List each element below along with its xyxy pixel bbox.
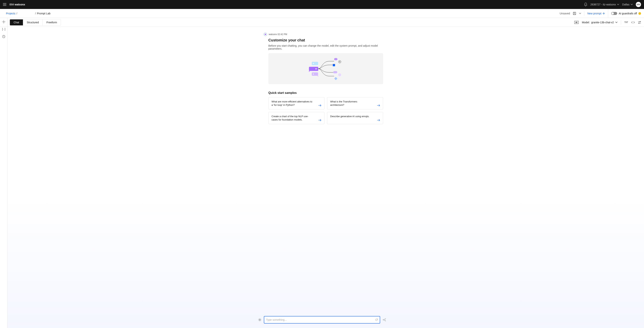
svg-rect-16: [333, 64, 335, 66]
notifications-icon[interactable]: [584, 3, 587, 6]
mode-tab-freeform[interactable]: Freeform: [43, 19, 61, 25]
mode-tab-structured[interactable]: Structured: [23, 19, 43, 25]
welcome-subtitle: Before you start chatting, you can chang…: [268, 44, 383, 50]
brand-bold: watsonx: [15, 3, 25, 6]
svg-point-8: [316, 68, 316, 69]
sample-card[interactable]: Create a chart of the top NLP use-cases …: [268, 112, 324, 124]
chevron-down-icon: [617, 4, 619, 5]
variables-icon[interactable]: [2, 28, 6, 31]
svg-rect-19: [334, 77, 338, 80]
bot-name: watsonx 02:42 PM: [269, 33, 287, 36]
chat-text-field[interactable]: [266, 318, 375, 321]
action-bar: Projects / / Prompt Lab Unsaved New prom…: [0, 9, 644, 18]
new-prompt-label: New prompt: [587, 12, 601, 15]
chat-settings-icon[interactable]: [258, 318, 262, 321]
chat-input-bar: [258, 316, 386, 323]
arrow-right-icon: [377, 104, 380, 106]
left-rail: [0, 18, 8, 328]
brand-prefix: IBM: [9, 3, 15, 6]
svg-point-2: [638, 23, 639, 24]
svg-point-15: [339, 61, 340, 62]
svg-rect-7: [309, 67, 318, 71]
menu-icon[interactable]: [3, 3, 6, 6]
global-header: IBM watsonx 2636727 - itz-watsonx Dallas…: [0, 0, 644, 9]
welcome-title: Customize your chat: [268, 38, 383, 42]
model-name: granite-13b-chat-v2: [591, 21, 614, 24]
svg-point-20: [259, 319, 260, 320]
chevron-down-icon: [615, 22, 618, 23]
quickstart-title: Quick start samples: [268, 91, 383, 95]
save-icon[interactable]: [573, 12, 576, 15]
avatar-initials: MM: [637, 3, 640, 6]
sample-text: Describe generative AI using emojis.: [330, 115, 369, 118]
warning-icon: [638, 12, 641, 15]
sample-card[interactable]: Describe generative AI using emojis.: [327, 112, 383, 124]
chevron-down-icon: [630, 4, 633, 5]
code-view-icon[interactable]: [631, 21, 635, 24]
plus-icon: [602, 12, 605, 15]
svg-point-12: [313, 74, 314, 75]
svg-rect-17: [333, 71, 337, 73]
arrow-right-icon: [318, 119, 321, 121]
breadcrumb-projects[interactable]: Projects: [6, 12, 16, 15]
sample-card[interactable]: What is the Transformers architecture?: [327, 97, 383, 109]
guardrails-toggle[interactable]: [611, 12, 617, 15]
breadcrumb-separator: /: [35, 12, 36, 15]
clear-icon[interactable]: [375, 318, 378, 321]
mode-toolbar: Chat Structured Freeform AI Model: grani…: [0, 18, 644, 27]
account-label: 2636727 - itz-watsonx: [590, 3, 616, 6]
history-icon[interactable]: [2, 35, 5, 38]
system-prompt-icon[interactable]: [2, 20, 6, 24]
guardrails-label: AI guardrails off: [619, 12, 637, 15]
breadcrumb-current: Prompt Lab: [37, 12, 50, 15]
mode-tab-chat[interactable]: Chat: [10, 19, 23, 25]
sample-text: Create a chart of the top NLP use-cases …: [272, 115, 312, 121]
region-label: Dallas: [622, 3, 630, 6]
chat-input[interactable]: [264, 316, 380, 323]
send-icon[interactable]: [382, 318, 386, 321]
avatar[interactable]: MM: [636, 2, 641, 7]
svg-point-3: [3, 21, 4, 22]
svg-point-1: [640, 21, 640, 22]
svg-point-6: [265, 34, 266, 35]
arrow-right-icon: [377, 119, 380, 121]
model-label-prefix: Model:: [582, 21, 590, 24]
settings-sliders-icon[interactable]: [638, 21, 641, 24]
svg-rect-0: [573, 12, 576, 15]
account-dropdown[interactable]: 2636727 - itz-watsonx: [590, 3, 619, 6]
main-content: watsonx 02:42 PM Customize your chat Bef…: [8, 27, 644, 328]
save-dropdown-icon[interactable]: [579, 13, 581, 14]
breadcrumb-separator: /: [16, 12, 17, 15]
sample-text: What is the Transformers architecture?: [330, 100, 371, 106]
svg-rect-11: [312, 72, 318, 76]
arrow-right-icon: [318, 104, 321, 106]
new-prompt-button[interactable]: New prompt: [587, 12, 605, 15]
region-dropdown[interactable]: Dallas: [622, 3, 633, 6]
brand-title: IBM watsonx: [9, 3, 25, 6]
sample-text: What are more efficient alternatives to …: [272, 100, 312, 106]
bot-avatar-icon: [264, 33, 267, 36]
ai-badge: AI: [574, 21, 578, 24]
svg-rect-9: [312, 62, 318, 65]
svg-point-18: [338, 73, 341, 76]
unsaved-label: Unsaved: [560, 12, 570, 15]
sample-card[interactable]: What are more efficient alternatives to …: [268, 97, 324, 109]
welcome-illustration: [268, 53, 383, 84]
svg-rect-13: [334, 58, 338, 60]
model-selector[interactable]: Model: granite-13b-chat-v2: [582, 21, 618, 24]
txt-view-button[interactable]: TXT: [624, 21, 628, 23]
svg-point-10: [313, 63, 314, 64]
